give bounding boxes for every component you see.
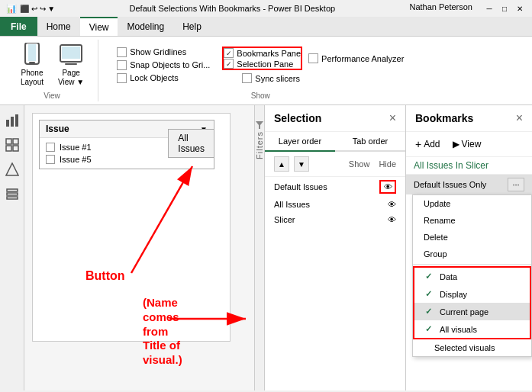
slicer-title: Issue <box>46 124 69 134</box>
window-controls: Nathan Peterson ─ □ ✕ <box>409 2 526 14</box>
slicer-item5-checkbox[interactable] <box>46 155 55 164</box>
sync-slicers-box[interactable] <box>242 73 252 83</box>
all-issues-button[interactable]: All Issues <box>168 129 214 158</box>
selection-order-tabs: Layer order Tab order <box>265 132 405 152</box>
tab-layer-order[interactable]: Layer order <box>265 132 335 152</box>
bookmarks-pane-checkbox[interactable]: ✓ Bookmarks Pane <box>224 48 301 58</box>
current-page-checkmark: ✓ <box>425 307 432 316</box>
tab-help[interactable]: Help <box>173 17 211 36</box>
sidebar-icon-layers[interactable] <box>3 185 21 203</box>
tab-tab-order[interactable]: Tab order <box>335 132 405 150</box>
selection-panel-header: Selection × <box>265 105 405 132</box>
performance-analyzer-box[interactable] <box>308 53 318 63</box>
lock-objects-label: Lock Objects <box>130 73 179 82</box>
ctx-current-page[interactable]: ✓ Current page <box>414 303 530 320</box>
left-sidebar <box>0 105 24 390</box>
ctx-all-visuals[interactable]: ✓ All visuals <box>414 320 530 338</box>
page-view-icon <box>59 43 83 67</box>
ctx-delete[interactable]: Delete <box>413 229 531 246</box>
svg-rect-8 <box>15 114 18 127</box>
sidebar-icon-chart[interactable] <box>3 111 21 130</box>
snap-objects-box[interactable] <box>117 60 127 70</box>
slicer-item5-label: Issue #5 <box>60 155 92 164</box>
bookmarks-pane-box[interactable]: ✓ <box>224 48 234 58</box>
page-view-label: PageView ▼ <box>58 69 84 87</box>
layer-up-button[interactable]: ▲ <box>274 156 289 172</box>
bookmark-more-button[interactable]: ··· <box>508 178 524 191</box>
svg-rect-4 <box>62 47 80 59</box>
ribbon-tabs: File Home View Modeling Help <box>0 17 532 37</box>
svg-marker-13 <box>6 163 18 175</box>
bookmarks-pane-label: Bookmarks Pane <box>237 49 301 58</box>
tab-home[interactable]: Home <box>37 17 80 36</box>
ctx-selected-visuals[interactable]: Selected visuals <box>413 339 531 356</box>
bookmarks-panel-close[interactable]: × <box>516 111 523 125</box>
bookmark-default-issues-only-label: Default Issues Only <box>414 180 486 189</box>
view-bookmark-button[interactable]: ▶ View <box>450 137 485 151</box>
quick-access-icons: ⬛ ↩ ↪ ▼ <box>20 5 55 13</box>
main-content: Issue ▼ Issue #1 Issue #5 All Issues <box>0 105 532 390</box>
context-menu: Update Rename Delete Group ✓ Data <box>412 194 532 357</box>
svg-rect-9 <box>6 139 11 144</box>
svg-rect-7 <box>11 117 14 127</box>
default-issues-eye-button[interactable]: 👁 <box>379 180 396 194</box>
layer-item-all-issues[interactable]: All Issues 👁 <box>265 197 405 212</box>
view-group-content: PhoneLayout PageView ▼ <box>15 40 89 90</box>
snap-objects-label: Snap Objects to Gri... <box>130 60 210 69</box>
tab-modeling[interactable]: Modeling <box>118 17 173 36</box>
layer-item-default-issues[interactable]: Default Issues 👁 <box>265 177 405 197</box>
ctx-data[interactable]: ✓ Data <box>414 268 530 285</box>
ctx-display[interactable]: ✓ Display <box>414 285 530 303</box>
maximize-button[interactable]: □ <box>498 2 511 14</box>
close-button[interactable]: ✕ <box>514 2 526 14</box>
layer-controls: ▲ ▼ Show Hide <box>265 152 405 177</box>
ctx-update[interactable]: Update <box>413 195 531 212</box>
window-title: Default Selections With Bookmarks - Powe… <box>55 4 409 13</box>
tab-file[interactable]: File <box>0 17 37 36</box>
show-label: Show <box>349 159 370 169</box>
sync-slicers-checkbox[interactable]: Sync slicers <box>242 73 404 83</box>
bookmarks-selection-highlight: ✓ Bookmarks Pane ✓ Selection Pane <box>222 47 302 70</box>
lock-objects-checkbox[interactable]: Lock Objects <box>117 73 210 83</box>
slicer-eye-icon: 👁 <box>388 215 396 224</box>
all-visuals-checkmark: ✓ <box>425 324 432 334</box>
add-bookmark-button[interactable]: + Add <box>412 137 443 152</box>
selection-pane-box[interactable]: ✓ <box>224 59 234 69</box>
sidebar-icon-grid[interactable] <box>3 136 21 154</box>
layer-down-button[interactable]: ▼ <box>294 156 309 172</box>
canvas-area: Issue ▼ Issue #1 Issue #5 All Issues <box>24 105 254 390</box>
layer-item-slicer[interactable]: Slicer 👁 <box>265 212 405 227</box>
bookmark-default-issues-only[interactable]: Default Issues Only ··· <box>406 175 532 194</box>
lock-objects-box[interactable] <box>117 73 127 83</box>
show-gridlines-box[interactable] <box>117 47 127 57</box>
ctx-rename[interactable]: Rename <box>413 212 531 229</box>
bookmarks-panel-title: Bookmarks <box>415 112 473 124</box>
bookmark-group-header: All Issues In Slicer <box>406 157 532 175</box>
phone-layout-button[interactable]: PhoneLayout <box>15 40 49 90</box>
bookmark-checklist-highlight: ✓ Data ✓ Display ✓ Current page ✓ All vi… <box>413 266 531 339</box>
minimize-button[interactable]: ─ <box>483 2 495 14</box>
ctx-group[interactable]: Group <box>413 246 531 262</box>
performance-analyzer-checkbox[interactable]: Performance Analyzer <box>308 53 404 63</box>
sidebar-icon-shapes[interactable] <box>3 160 21 178</box>
sync-slicers-label: Sync slicers <box>255 74 300 83</box>
snap-objects-checkbox[interactable]: Snap Objects to Gri... <box>117 60 210 70</box>
layer-item-all-issues-left: All Issues <box>274 200 310 209</box>
selection-panel-close[interactable]: × <box>389 111 396 125</box>
ctx-update-label: Update <box>424 199 450 208</box>
performance-analyzer-label: Performance Analyzer <box>321 54 404 63</box>
layer-items: Default Issues 👁 All Issues 👁 Slicer 👁 <box>265 177 405 390</box>
layer-item-all-issues-name: All Issues <box>274 200 310 209</box>
phone-layout-label: PhoneLayout <box>21 69 44 87</box>
ctx-data-label: Data <box>440 272 457 281</box>
selection-pane-checkbox[interactable]: ✓ Selection Pane <box>224 59 301 69</box>
bookmarks-panel-header: Bookmarks × <box>406 105 532 132</box>
tab-view[interactable]: View <box>80 17 118 36</box>
show-hide-labels: Show Hide <box>349 159 396 169</box>
ctx-rename-label: Rename <box>424 216 456 225</box>
layer-item-slicer-name: Slicer <box>274 215 295 224</box>
app-icon: 📊 <box>6 4 17 14</box>
show-gridlines-checkbox[interactable]: Show Gridlines <box>117 47 210 57</box>
page-view-button[interactable]: PageView ▼ <box>53 40 89 90</box>
slicer-item-checkbox[interactable] <box>46 143 55 152</box>
